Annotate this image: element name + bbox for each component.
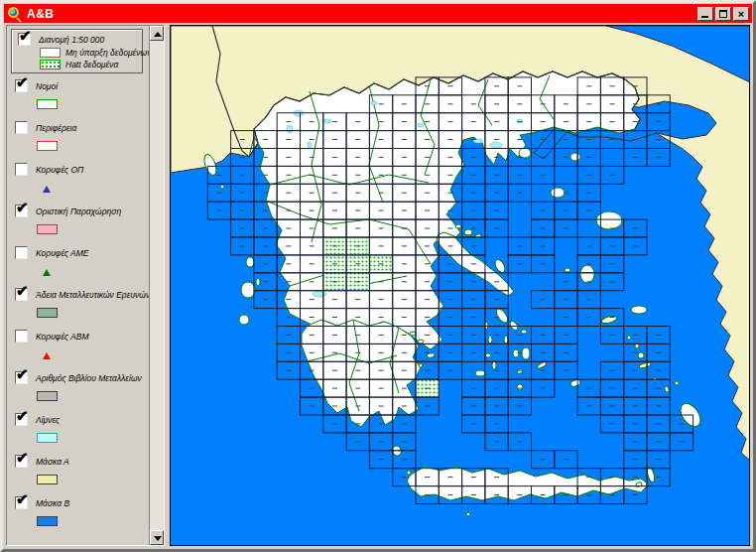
app-window: A&B × ✔Διανομή 1:50 000Μη ύπαρξη δεδομέν…: [0, 0, 756, 552]
layer-symbol: [37, 345, 147, 363]
lake: [418, 123, 424, 127]
legend-item-7[interactable]: Κορυφές ΑΒΜ: [11, 330, 147, 363]
island: [504, 336, 508, 344]
legend-item-9[interactable]: ✔Λίμνες: [11, 413, 147, 447]
color-swatch: [37, 99, 58, 109]
maximize-button[interactable]: [715, 7, 731, 21]
layer-symbol: [37, 471, 147, 488]
layer-checkbox[interactable]: ✔: [15, 413, 28, 426]
layer-label[interactable]: Οριστική Παραχώρηση: [36, 205, 121, 216]
check-icon: ✔: [16, 200, 29, 214]
check-icon: ✔: [16, 366, 29, 381]
check-icon: ✔: [16, 408, 29, 423]
layer-label[interactable]: Κορυφές ΑΜΕ: [36, 246, 89, 258]
layer-symbol: [37, 137, 147, 155]
layer-checkbox[interactable]: [15, 330, 28, 343]
layer-checkbox[interactable]: [15, 246, 28, 259]
layer-label[interactable]: Περιφέρεια: [36, 121, 76, 133]
legend-item-6[interactable]: ✔Άδεια Μεταλλευτικών Ερευνών: [11, 288, 147, 322]
layer-checkbox[interactable]: ✔: [15, 205, 28, 217]
layer-checkbox[interactable]: ✔: [18, 33, 31, 46]
legend-sub-item: Μη ύπαρξη δεδομένων: [40, 48, 140, 58]
layer-label[interactable]: Άδεια Μεταλλευτικών Ερευνών: [36, 288, 149, 300]
layer-label[interactable]: Κορυφές ΑΒΜ: [36, 330, 89, 342]
layer-symbol: [37, 220, 147, 238]
minimize-icon: [701, 16, 708, 18]
layer-checkbox[interactable]: ✔: [15, 455, 28, 468]
legend-panel: ✔Διανομή 1:50 000Μη ύπαρξη δεδομένωνHatt…: [6, 25, 165, 546]
island: [565, 268, 570, 272]
island: [220, 185, 224, 189]
layer-symbol: [37, 179, 147, 197]
layer-label[interactable]: Διανομή 1:50 000: [39, 33, 104, 45]
lake: [490, 142, 502, 148]
layer-checkbox[interactable]: ✔: [15, 288, 28, 301]
legend-sub-label: Μη ύπαρξη δεδομένων: [65, 48, 149, 58]
legend-item-0[interactable]: ✔Διανομή 1:50 000Μη ύπαρξη δεδομένωνHatt…: [11, 29, 143, 73]
island: [631, 306, 647, 314]
lake: [323, 119, 331, 123]
island: [635, 343, 639, 348]
layer-label[interactable]: Λίμνες: [36, 413, 60, 425]
legend-scrollbar[interactable]: [149, 26, 164, 545]
triangle-point-icon: [43, 352, 51, 359]
legend-item-11[interactable]: ✔Μάσκα Β: [11, 496, 147, 530]
island: [638, 352, 644, 358]
arrow-up-icon: [154, 32, 162, 37]
legend-item-1[interactable]: ✔Νομοί: [11, 79, 147, 113]
map-view[interactable]: [170, 25, 750, 546]
color-swatch: [37, 516, 58, 526]
layer-symbol: [37, 304, 147, 322]
layer-label[interactable]: Μάσκα Β: [36, 496, 69, 508]
scroll-up-button[interactable]: [150, 26, 164, 41]
legend-item-2[interactable]: Περιφέρεια: [11, 121, 147, 155]
lake: [308, 142, 312, 148]
arrow-down-icon: [154, 536, 162, 541]
island: [522, 347, 530, 359]
layer-label[interactable]: Κορυφές ΟΠ: [36, 163, 83, 175]
triangle-point-icon: [43, 269, 51, 276]
island: [513, 349, 519, 357]
minimize-button[interactable]: [697, 7, 713, 21]
globe-magnifier-icon: [7, 6, 22, 21]
color-swatch: [37, 308, 58, 318]
check-icon: ✔: [16, 491, 29, 506]
island: [410, 332, 416, 336]
color-swatch: [37, 141, 58, 151]
legend-item-5[interactable]: Κορυφές ΑΜΕ: [11, 246, 147, 280]
map-canvas[interactable]: [171, 26, 750, 543]
layer-checkbox[interactable]: [15, 163, 28, 176]
layer-label[interactable]: Νομοί: [36, 79, 58, 91]
color-swatch: [37, 224, 58, 234]
island: [492, 361, 496, 369]
layer-checkbox[interactable]: ✔: [15, 371, 28, 384]
layer-label[interactable]: Μάσκα Α: [36, 455, 69, 467]
close-button[interactable]: ×: [733, 7, 749, 21]
island: [419, 363, 423, 367]
color-swatch: [40, 48, 61, 58]
window-content: ✔Διανομή 1:50 000Μη ύπαρξη δεδομένωνHatt…: [4, 23, 752, 548]
layer-checkbox[interactable]: [15, 121, 28, 134]
layer-symbol: [37, 387, 147, 405]
layer-label[interactable]: Αριθμός Βιβλίου Μεταλλείων: [36, 371, 142, 383]
legend-item-4[interactable]: ✔Οριστική Παραχώρηση: [11, 205, 147, 238]
layer-symbol: [37, 429, 147, 447]
color-swatch: [37, 391, 58, 401]
layer-checkbox[interactable]: ✔: [15, 79, 28, 92]
island: [466, 512, 470, 516]
titlebar[interactable]: A&B ×: [4, 4, 752, 23]
check-icon: ✔: [16, 450, 29, 465]
layer-symbol: [37, 512, 147, 530]
close-icon: ×: [734, 7, 748, 21]
scroll-down-button[interactable]: [150, 530, 164, 545]
legend-item-3[interactable]: Κορυφές ΟΠ: [11, 163, 147, 197]
layer-checkbox[interactable]: ✔: [15, 496, 28, 509]
maximize-icon: [719, 10, 727, 18]
legend-item-10[interactable]: ✔Μάσκα Α: [11, 455, 147, 488]
island: [580, 265, 594, 283]
island: [521, 330, 527, 334]
island: [475, 370, 485, 376]
check-icon: ✔: [16, 74, 29, 89]
island: [241, 282, 255, 298]
legend-item-8[interactable]: ✔Αριθμός Βιβλίου Μεταλλείων: [11, 371, 147, 405]
